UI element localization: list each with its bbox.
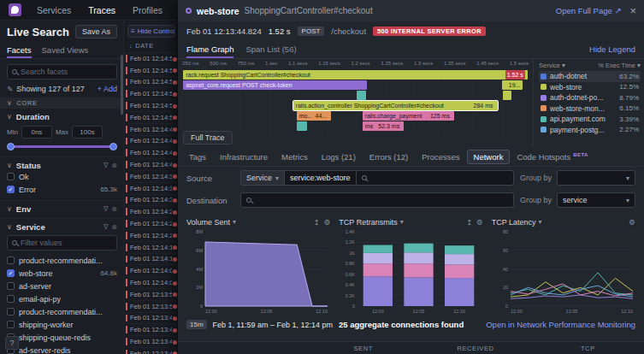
time-range-badge[interactable]: 15m	[186, 320, 207, 329]
sidebar-scrollbar[interactable]	[121, 55, 123, 115]
trace-row[interactable]: Feb 01 12:14:21	[126, 229, 177, 241]
duration-max-input[interactable]	[72, 126, 103, 139]
trace-row[interactable]: Feb 01 12:14:49	[126, 123, 177, 135]
trace-row[interactable]: Feb 01 12:14:58	[126, 64, 177, 76]
destination-search-input[interactable]	[240, 192, 514, 208]
facet-status-header[interactable]: ∨ Status ∇ ⊗	[7, 161, 117, 170]
checkbox[interactable]: ✓	[7, 308, 15, 316]
source-search-input[interactable]	[357, 170, 514, 186]
detail-tab[interactable]: Errors (12)	[363, 150, 414, 163]
exclude-icon[interactable]: ⊗	[111, 162, 117, 169]
slider-handle-max[interactable]	[109, 143, 117, 150]
checkbox[interactable]: ✓	[7, 173, 15, 180]
export-icon[interactable]: ↥	[314, 218, 320, 227]
legend-service-column[interactable]: Service	[539, 62, 560, 69]
add-facet-link[interactable]: + Add	[97, 85, 117, 93]
tcp-latency-chart[interactable]: 02040608012:0012:0512:10	[492, 228, 635, 316]
legend-exec-column[interactable]: % Exec Time	[598, 62, 635, 69]
detail-tab[interactable]: Infrastructure	[214, 150, 274, 163]
trace-row[interactable]: Feb 01 12:14:03	[126, 276, 177, 288]
facet-option[interactable]: ✓ ad-server-redis	[7, 344, 117, 354]
edit-icon[interactable]: ✎	[7, 85, 13, 93]
trace-row[interactable]: Feb 01 12:13:58	[126, 288, 177, 300]
flame-span-bar[interactable]	[297, 121, 307, 131]
datadog-logo[interactable]	[9, 3, 21, 16]
checkbox[interactable]: ✓	[7, 269, 15, 277]
filter-icon[interactable]: ∇	[103, 223, 108, 231]
trace-row[interactable]: Feb 01 12:14:12	[126, 253, 177, 265]
legend-row[interactable]: auth-dotnet-po... 8.79%	[539, 92, 641, 103]
trace-row[interactable]: Feb 01 12:13:53	[126, 300, 177, 312]
checkbox[interactable]: ✓	[7, 186, 15, 193]
trace-row[interactable]: Feb 01 12:13:45	[126, 323, 177, 335]
facet-env-header[interactable]: ∨ Env ∇ ⊗	[7, 204, 117, 214]
filter-icon[interactable]: ∇	[103, 205, 108, 213]
filter-icon[interactable]: ∇	[103, 162, 108, 169]
trace-row[interactable]: Feb 01 12:14:25	[126, 217, 177, 229]
duration-slider[interactable]	[9, 140, 115, 152]
trace-view-tab[interactable]: Flame Graph	[186, 40, 233, 58]
flame-span-bar[interactable]: mo... 44...	[297, 111, 332, 121]
source-filter-chip[interactable]: service:web-store	[285, 170, 357, 186]
gear-icon[interactable]: ⚙	[629, 218, 635, 227]
trace-row[interactable]: Feb 01 12:14:56	[126, 76, 177, 88]
nav-item[interactable]: Profiles	[133, 5, 162, 15]
flame-span-bar[interactable]: me... 52.3 ms	[363, 121, 405, 131]
detail-tab[interactable]: Metrics	[275, 150, 314, 163]
trace-row[interactable]: Feb 01 12:14:55	[126, 87, 177, 99]
flame-span-bar[interactable]: rack.request ShoppingCartController#chec…	[183, 70, 528, 80]
gear-icon[interactable]: ⚙	[476, 218, 483, 227]
trace-row[interactable]: Feb 01 12:14:29	[126, 205, 177, 217]
tcp-retransmits-chart[interactable]: 00.2K0.4K0.6K0.8K1K1.2K1.4K12:0012:0512:…	[339, 228, 482, 316]
legend-row[interactable]: api.payment.com 3.39%	[539, 114, 641, 125]
nav-item[interactable]: Services	[37, 5, 71, 15]
facet-option[interactable]: ✓ email-api-py	[7, 292, 117, 305]
detail-tab[interactable]: Logs (21)	[316, 150, 362, 163]
trace-row[interactable]: Feb 01 12:14:08	[126, 264, 177, 276]
facet-option[interactable]: ✓ shipping-worker	[7, 318, 117, 331]
core-group-header[interactable]: ∨ CORE	[0, 97, 124, 109]
hide-legend-link[interactable]: Hide Legend	[589, 44, 635, 54]
source-service-dropdown[interactable]: Service ▾	[240, 170, 285, 186]
facet-option[interactable]: ✓ Error 65.3k	[7, 183, 117, 196]
flame-span-bar[interactable]: rai... 19...	[502, 80, 523, 90]
volume-sent-chart[interactable]: 02M4M6M8M12:0012:0512:10	[186, 228, 330, 316]
flame-span-bar[interactable]: rails.action_controller ShoppingCartCont…	[293, 101, 498, 110]
source-group-by-select[interactable]: ▾	[557, 170, 635, 186]
date-column-header[interactable]: ↓ DATE	[126, 40, 177, 52]
duration-min-input[interactable]	[21, 126, 52, 139]
gear-icon[interactable]: ⚙	[324, 218, 331, 227]
legend-row[interactable]: payment-postg... 2.27%	[539, 125, 641, 136]
flame-span-bar[interactable]	[503, 91, 511, 100]
facet-service-header[interactable]: ∨ Service ∇ ⊗	[7, 222, 117, 232]
flame-span-bar[interactable]: rails.charge_payment 125 ms	[363, 111, 454, 121]
slider-handle-min[interactable]	[7, 143, 15, 150]
trace-row[interactable]: Feb 01 12:14:36	[126, 182, 177, 194]
trace-row[interactable]: Feb 01 12:14:51	[126, 111, 177, 123]
trace-row[interactable]: Feb 01 12:14:39	[126, 170, 177, 182]
full-trace-button[interactable]: Full Trace	[183, 131, 233, 145]
sidebar-tab[interactable]: Saved Views	[42, 43, 89, 58]
facet-option[interactable]: ✓ web-store 64.8k	[7, 267, 117, 280]
trace-row[interactable]: Feb 01 12:14:42	[126, 158, 177, 170]
help-chat-button[interactable]: ?	[5, 336, 19, 350]
chevron-down-icon[interactable]: ▾	[539, 218, 542, 226]
save-as-button[interactable]: Save As	[75, 25, 117, 38]
checkbox[interactable]: ✓	[7, 295, 15, 303]
legend-row[interactable]: web-store-mon... 6.15%	[539, 103, 641, 115]
facet-option[interactable]: ✓ ad-server	[7, 280, 117, 292]
checkbox[interactable]: ✓	[7, 321, 15, 328]
checkbox[interactable]: ✓	[7, 257, 15, 264]
chevron-down-icon[interactable]: ▾	[233, 218, 236, 226]
destination-group-by-select[interactable]: service ▾	[557, 192, 635, 208]
open-npm-link[interactable]: Open in Network Performance Monitoring	[486, 320, 635, 329]
exclude-icon[interactable]: ⊗	[111, 205, 117, 213]
exclude-icon[interactable]: ⊗	[111, 223, 117, 231]
export-icon[interactable]: ↥	[466, 218, 472, 227]
facet-option[interactable]: ✓ product-recommendati...	[7, 305, 117, 318]
facet-option[interactable]: ✓ product-recommendati...	[7, 254, 117, 267]
legend-row[interactable]: auth-dotnet 63.2%	[539, 71, 641, 82]
open-full-page-link[interactable]: Open Full Page ↗	[556, 6, 622, 15]
close-icon[interactable]: ×	[629, 5, 636, 16]
checkbox[interactable]: ✓	[7, 282, 15, 290]
